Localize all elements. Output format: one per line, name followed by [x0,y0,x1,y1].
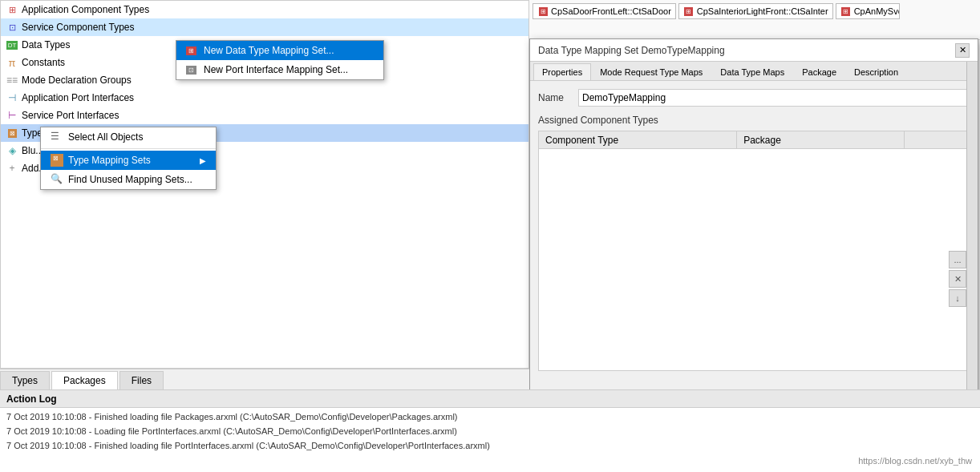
dialog-title: Data Type Mapping Set DemoTypeMapping [538,45,725,56]
action-log-content: 7 Oct 2019 10:10:08 - Finished loading f… [0,408,980,454]
right-item-3-label: CpAnMySvc:: [854,6,900,16]
tree-item-app-port[interactable]: ⊣ Application Port Interfaces [1,89,528,107]
right-item-2-icon: ⊞ [683,6,695,17]
right-item-3[interactable]: ⊞ CpAnMySvc:: [836,3,900,19]
right-item-3-icon: ⊞ [840,6,852,17]
name-row: Name [538,89,970,107]
submenu-new-port-iface-label: New Port Interface Mapping Set... [204,64,348,75]
name-label: Name [538,92,578,103]
tab-package[interactable]: Package [793,63,845,80]
add-component-button[interactable]: ... [949,251,966,268]
tab-properties[interactable]: Properties [533,63,591,80]
log-line-1: 7 Oct 2019 10:10:08 - Finished loading f… [6,409,974,424]
tab-mode-request[interactable]: Mode Request Type Maps [591,63,711,80]
tree-label-constants: Constants [22,57,65,68]
component-table: Component Type Package [538,131,970,371]
top-right-panel: ⊞ CpSaDoorFrontLeft::CtSaDoor ⊞ CpSaInte… [529,0,980,40]
table-header: Component Type Package [539,131,969,149]
side-buttons: ... ✕ ↓ [949,251,966,307]
ctx-find-unused[interactable]: 🔍 Find Unused Mapping Sets... [41,170,216,189]
app-port-icon: ⊣ [6,91,18,104]
submenu: ⊞ New Data Type Mapping Set... ⊡ New Por… [176,40,384,80]
context-menu: ☰ Select All Objects ⊠ Type Mapping Sets… [40,127,217,190]
dialog-content: Name Assigned Component Types Component … [530,81,978,379]
select-all-icon: ☰ [51,131,63,143]
tab-types[interactable]: Types [0,371,50,389]
table-body [539,149,969,372]
ctx-type-mapping-arrow: ▶ [200,156,206,165]
right-item-1[interactable]: ⊞ CpSaDoorFrontLeft::CtSaDoor [533,3,676,19]
tree-item-app-comp[interactable]: ⊞ Application Component Types [1,1,528,18]
blueprints-icon: ◈ [6,144,18,157]
app-comp-icon: ⊞ [6,3,18,16]
action-log-header: Action Log [0,390,980,408]
ctx-separator [41,148,216,149]
tree-item-svc-comp[interactable]: ⊡ Service Component Types [1,18,528,36]
tab-description[interactable]: Description [845,63,907,80]
right-item-1-icon: ⊞ [537,6,549,17]
log-line-3: 7 Oct 2019 10:10:08 - Finished loading f… [6,438,974,453]
watermark: https://blog.csdn.net/xyb_thw [858,456,972,466]
mode-grps-icon: ≡≡ [6,74,18,87]
tree-label-svc-comp: Service Component Types [22,22,135,33]
submenu-new-data-type-label: New Data Type Mapping Set... [204,45,334,56]
col-extra [905,131,969,148]
submenu-new-data-type[interactable]: ⊞ New Data Type Mapping Set... [176,41,383,60]
name-input[interactable] [578,89,970,107]
new-data-type-icon: ⊞ [186,44,199,57]
dialog-titlebar: Data Type Mapping Set DemoTypeMapping ✕ [530,39,978,62]
tab-packages[interactable]: Packages [51,371,118,389]
tree-item-svc-port[interactable]: ⊢ Service Port Interfaces [1,107,528,124]
assigned-section-label: Assigned Component Types [538,115,970,126]
tree-label-svc-port: Service Port Interfaces [22,110,119,121]
data-types-icon: DT [6,38,18,51]
tree-label-app-comp: Application Component Types [22,4,149,15]
dialog-scrollbar[interactable] [966,62,978,422]
col-component-type: Component Type [539,131,737,148]
constants-icon: π [6,56,18,69]
ctx-type-mapping-icon: ⊠ [51,154,63,167]
remove-component-button[interactable]: ✕ [949,270,966,288]
col-package: Package [737,131,905,148]
find-unused-icon: 🔍 [51,173,63,186]
move-down-button[interactable]: ↓ [949,289,966,307]
log-line-2: 7 Oct 2019 10:10:08 - Loading file PortI… [6,424,974,438]
action-log-title: Action Log [6,393,57,405]
right-items-row: ⊞ CpSaDoorFrontLeft::CtSaDoor ⊞ CpSaInte… [529,0,980,22]
right-item-2-label: CpSaInteriorLightFront::CtSaInter [697,6,828,16]
action-log: Action Log 7 Oct 2019 10:10:08 - Finishe… [0,389,980,472]
new-port-iface-icon: ⊡ [186,63,199,76]
svc-port-icon: ⊢ [6,109,18,122]
right-item-1-label: CpSaDoorFrontLeft::CtSaDoor [551,6,671,16]
right-item-2[interactable]: ⊞ CpSaInteriorLightFront::CtSaInter [678,3,833,19]
bottom-tabs: Types Packages Files [0,369,529,389]
ctx-type-mapping-sets[interactable]: ⊠ Type Mapping Sets ▶ [41,151,216,170]
dialog-tabs: Properties Mode Request Type Maps Data T… [530,62,978,81]
ctx-type-mapping-label: Type Mapping Sets [68,155,200,166]
ctx-select-all-label: Select All Objects [68,131,206,143]
ctx-select-all[interactable]: ☰ Select All Objects [41,127,216,147]
tree-label-mode-grps: Mode Declaration Groups [22,75,132,86]
tree-label-app-port: Application Port Interfaces [22,92,134,103]
type-mapping-icon: ⊠ [6,127,18,139]
tab-files[interactable]: Files [119,371,164,389]
tree-label-data-types: Data Types [22,39,70,50]
dialog: Data Type Mapping Set DemoTypeMapping ✕ … [529,38,978,431]
add-icon: + [6,162,18,175]
dialog-close-button[interactable]: ✕ [955,43,970,58]
svc-comp-icon: ⊡ [6,21,18,34]
submenu-new-port-iface[interactable]: ⊡ New Port Interface Mapping Set... [176,60,383,79]
tab-data-type-maps[interactable]: Data Type Maps [711,63,793,80]
ctx-find-unused-label: Find Unused Mapping Sets... [68,174,206,185]
